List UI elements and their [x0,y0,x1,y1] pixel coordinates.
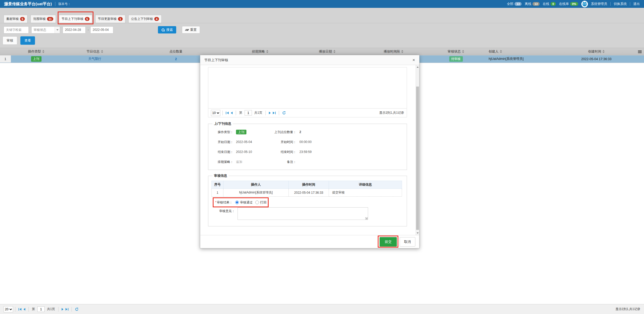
submit-button-label: 提交 [385,240,392,244]
close-icon[interactable]: × [412,58,415,62]
radio-approve-icon[interactable] [235,201,239,204]
scrollbar-thumb[interactable] [416,87,419,230]
sort-icon[interactable] [401,49,403,54]
stat-all-badge: 13 [515,2,522,6]
page-size-select[interactable]: 10 [211,110,220,116]
grid-header-schedule-strategy[interactable]: 排期策略 [224,48,297,55]
reset-button[interactable]: 重置 [182,26,200,33]
date-from-input[interactable] [63,26,86,33]
prev-page-icon[interactable] [22,308,26,311]
program-link[interactable]: 天气限行 [88,57,101,61]
required-asterisk: * [215,201,216,204]
page-prefix-label: 第 [239,111,242,115]
stat-rate-badge: 0% [570,2,578,6]
first-page-icon[interactable] [225,112,230,114]
audit-opinion-row: 审核意见： [211,207,404,221]
search-button[interactable]: 搜索 [158,26,176,33]
dialog-scrollbar[interactable] [416,65,419,235]
stat-all: 全部 13 [507,2,522,6]
grid-header-create-time[interactable]: 创建时间 [549,48,644,55]
switch-system-link[interactable]: 切换系统 [614,2,627,6]
logout-link[interactable]: 退出 [633,2,640,6]
action-bar: 审核 查看 [3,36,35,45]
audit-row-seq: 1 [212,189,223,197]
grid-header-op-type[interactable]: 操作类型 [11,48,61,55]
page-number-input[interactable] [37,306,45,312]
publish-info-fieldset: 上/下刊信息 操作类型： 上刊 上刊点位数量： 2 开始日期： 2022-05-… [208,122,407,170]
pager-summary: 显示1到1,共1记录 [379,111,404,115]
grid-header-play-date[interactable]: 播放日期 [297,48,358,55]
audit-result-label: 审核结果： [217,200,233,205]
grid-header-play-timeslot[interactable]: 播放时间段 [358,48,429,55]
tab-program-update-audit[interactable]: 节目更新审核 1 [95,15,125,23]
column-label: 排期策略 [252,49,265,54]
audit-opinion-textarea[interactable] [238,207,368,220]
user-avatar[interactable] [581,1,588,7]
sort-icon[interactable] [42,49,44,54]
sort-icon[interactable] [266,49,268,54]
page-size-select[interactable]: 20 [4,306,13,312]
op-type-value: 上刊 [233,130,262,134]
end-time-value: 23:59:59 [296,150,404,154]
radio-reject[interactable]: 打回 [255,200,267,205]
stat-offline-badge: 13 [533,2,540,6]
cell-program-info[interactable]: 天气限行 [61,55,128,62]
main-pager: 20 第 共1页 显示1到1,共1记录 [0,304,644,314]
dialog-inner-pager: 10 第 共1页 显示1到1,共1记录 [208,108,407,117]
sort-icon[interactable] [500,49,502,54]
tab-range-audit[interactable]: 范围审核 11 [31,15,56,23]
tab-material-audit[interactable]: 素材审核 5 [4,15,27,23]
scrollbar-up-icon[interactable] [416,65,419,69]
audit-status-select[interactable]: 审核状态 [31,26,60,33]
audit-info-legend: 审核信息 [212,174,229,178]
grid-header-audit-status[interactable]: 审核状态 [429,48,482,55]
stat-online-label: 在线 [543,2,549,6]
topbar-separator [610,2,611,6]
sort-icon[interactable] [333,49,335,54]
next-page-icon[interactable] [268,112,272,114]
scrollbar-down-icon[interactable] [416,231,419,235]
column-menu-icon[interactable] [638,52,642,52]
tab-notice-publish-audit[interactable]: 公告上下刊审核 4 [128,15,162,23]
end-date-label: 结束日期： [211,150,233,154]
sort-icon[interactable] [602,49,605,54]
app-title: 灏景传媒业务平台(uat平台) [4,2,52,7]
sort-icon[interactable] [101,49,103,54]
version-label: 版本号： [58,2,71,6]
radio-reject-icon[interactable] [255,201,259,204]
view-button[interactable]: 查看 [20,36,35,45]
refresh-icon[interactable] [75,307,79,311]
cancel-button[interactable]: 取消 [400,237,415,247]
remark-label: 备注： [262,160,296,164]
grid-header-program-info[interactable]: 节目信息 [61,48,128,55]
audit-row-time: 2022-05-04 17:36:33 [288,189,329,197]
grid-header-creator[interactable]: 创建人 [482,48,549,55]
page-suffix-label: 共1页 [254,111,262,115]
filter-bar: 审核状态 - 搜索 重置 [4,26,200,33]
tab-program-publish-audit[interactable]: 节目上下刊审核 5 [59,15,92,23]
op-type-label: 操作类型： [211,130,233,134]
first-page-icon[interactable] [17,308,22,311]
tab-label: 素材审核 [6,17,19,21]
submit-button[interactable]: 提交 [380,237,397,247]
start-date-label: 开始日期： [211,140,233,144]
date-to-input[interactable] [90,26,113,33]
grid-header-point-count: 点位数量 [128,48,224,55]
column-label: 播放日期 [319,49,332,54]
refresh-icon[interactable] [282,111,286,115]
dropdown-arrow-icon[interactable] [55,27,60,33]
radio-approve[interactable]: 审核通过 [235,200,253,205]
prev-page-icon[interactable] [230,112,234,114]
audit-row-operator: hjUatAdmin[系统管理员] [223,189,288,197]
keyword-search-input[interactable] [4,26,29,33]
audit-result-row: * 审核结果： 审核通过 打回 [215,199,267,206]
current-user[interactable]: 系统管理员 [591,2,607,6]
next-page-icon[interactable] [61,308,64,311]
audit-button[interactable]: 审核 [3,36,17,45]
strategy-value: 追加 [233,160,262,164]
last-page-icon[interactable] [64,308,69,311]
page-number-input[interactable] [245,110,252,116]
tab-count-badge: 1 [118,17,123,21]
sort-icon[interactable] [462,49,464,54]
last-page-icon[interactable] [272,112,277,114]
